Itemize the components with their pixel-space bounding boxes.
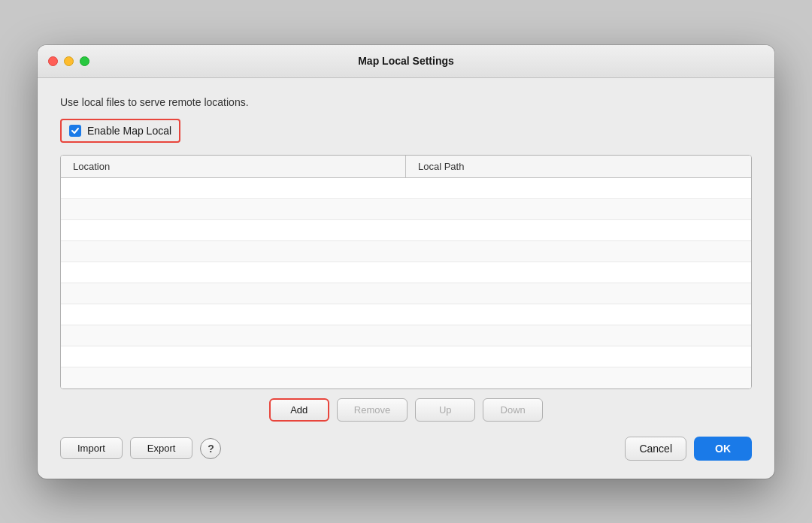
content-area: Use local files to serve remote location… (38, 78, 774, 479)
description-text: Use local files to serve remote location… (60, 96, 752, 108)
table-row[interactable] (61, 178, 751, 199)
table-header: Location Local Path (61, 156, 751, 178)
title-bar: Map Local Settings (38, 45, 774, 78)
close-button[interactable] (48, 56, 58, 66)
action-buttons-row: Add Remove Up Down (60, 398, 752, 422)
table-row[interactable] (61, 367, 751, 388)
enable-checkbox-label: Enable Map Local (87, 125, 171, 137)
table-row[interactable] (61, 220, 751, 241)
table-cell-location (61, 178, 406, 198)
footer-buttons-row: Import Export ? Cancel OK (60, 437, 752, 461)
mappings-table: Location Local Path (60, 155, 752, 389)
table-row[interactable] (61, 304, 751, 325)
table-cell-location (61, 325, 406, 346)
up-button[interactable]: Up (415, 398, 475, 422)
table-row[interactable] (61, 283, 751, 304)
table-cell-path (406, 178, 751, 198)
table-body[interactable] (61, 178, 751, 388)
minimize-button[interactable] (64, 56, 74, 66)
enable-checkbox[interactable] (69, 125, 81, 137)
table-row[interactable] (61, 199, 751, 220)
table-cell-location (61, 262, 406, 283)
table-cell-path (406, 283, 751, 304)
table-row[interactable] (61, 325, 751, 346)
table-cell-location (61, 304, 406, 325)
local-path-column-header: Local Path (406, 156, 751, 177)
table-cell-location (61, 346, 406, 367)
cancel-button[interactable]: Cancel (625, 437, 686, 461)
location-column-header: Location (61, 156, 406, 177)
table-cell-path (406, 220, 751, 240)
table-cell-location (61, 220, 406, 240)
ok-button[interactable]: OK (694, 437, 752, 461)
traffic-lights (48, 56, 89, 66)
table-cell-path (406, 346, 751, 367)
window-title: Map Local Settings (358, 55, 454, 67)
remove-button[interactable]: Remove (337, 398, 408, 422)
import-button[interactable]: Import (60, 437, 123, 459)
table-cell-path (406, 367, 751, 388)
table-cell-location (61, 367, 406, 388)
footer-right-buttons: Cancel OK (625, 437, 752, 461)
table-cell-location (61, 241, 406, 262)
table-row[interactable] (61, 262, 751, 283)
table-cell-location (61, 199, 406, 219)
table-cell-path (406, 199, 751, 219)
table-cell-path (406, 262, 751, 283)
help-button[interactable]: ? (200, 438, 221, 459)
add-button[interactable]: Add (269, 398, 329, 422)
enable-map-local-row[interactable]: Enable Map Local (60, 119, 180, 143)
checkmark-icon (71, 126, 80, 135)
table-cell-path (406, 325, 751, 346)
maximize-button[interactable] (80, 56, 89, 66)
export-button[interactable]: Export (130, 437, 193, 459)
table-cell-location (61, 283, 406, 304)
table-cell-path (406, 304, 751, 325)
table-cell-path (406, 241, 751, 262)
table-row[interactable] (61, 241, 751, 262)
main-window: Map Local Settings Use local files to se… (38, 45, 774, 479)
table-row[interactable] (61, 346, 751, 367)
down-button[interactable]: Down (483, 398, 543, 422)
